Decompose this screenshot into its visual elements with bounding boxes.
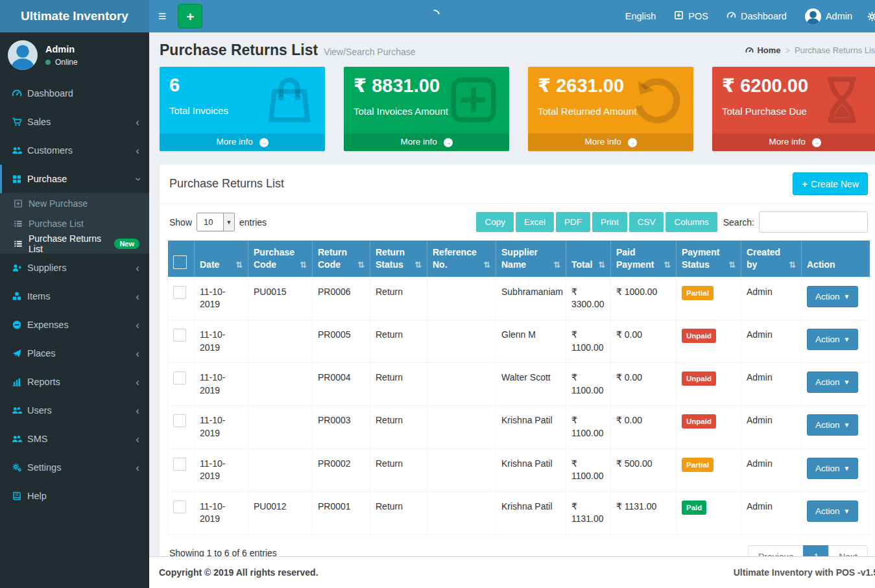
cell-purchase-code bbox=[248, 320, 313, 362]
sort-icon[interactable]: ⇅ bbox=[728, 259, 736, 271]
next-page-button[interactable]: Next bbox=[828, 545, 868, 556]
sort-icon[interactable]: ⇅ bbox=[598, 259, 605, 271]
export-button[interactable]: Excel bbox=[516, 212, 554, 232]
column-header[interactable]: Reference No. ⇅ bbox=[427, 241, 496, 277]
sort-icon[interactable]: ⇅ bbox=[553, 259, 560, 271]
column-header[interactable]: Paid Payment ⇅ bbox=[611, 241, 677, 277]
export-button[interactable]: Copy bbox=[476, 212, 514, 232]
entries-select[interactable]: 10 ▼ bbox=[197, 213, 235, 231]
sidebar-item[interactable]: Purchase Returns List New bbox=[0, 233, 149, 253]
row-checkbox[interactable] bbox=[173, 458, 186, 471]
book-icon bbox=[12, 491, 27, 501]
more-info-link[interactable]: More info → bbox=[712, 134, 875, 151]
export-button[interactable]: Print bbox=[592, 212, 627, 232]
cell-purchase-code bbox=[248, 449, 313, 491]
sort-icon[interactable]: ⇅ bbox=[483, 259, 490, 271]
search-input[interactable] bbox=[759, 211, 868, 233]
sidebar-item[interactable]: Settings ‹ bbox=[0, 453, 149, 482]
column-header[interactable]: Date ⇅ bbox=[195, 241, 248, 277]
action-button[interactable]: Action▼ bbox=[807, 371, 858, 393]
dashboard-link[interactable]: Dashboard bbox=[717, 0, 796, 32]
column-header[interactable]: Action bbox=[802, 241, 870, 277]
user-menu[interactable]: Admin bbox=[796, 0, 861, 32]
row-checkbox[interactable] bbox=[173, 371, 186, 384]
column-header[interactable]: Payment Status ⇅ bbox=[677, 241, 741, 277]
cell-return-status: Return bbox=[370, 363, 427, 406]
page-number-button[interactable]: 1 bbox=[803, 545, 829, 556]
info-boxes: 6 Total Invoices More info → ₹ 8831.00 bbox=[158, 67, 875, 151]
language-menu[interactable]: English bbox=[616, 0, 665, 32]
pos-link[interactable]: POS bbox=[665, 0, 717, 32]
breadcrumb-home[interactable]: Home bbox=[745, 45, 780, 55]
previous-page-button[interactable]: Previous bbox=[748, 545, 804, 556]
brand-logo[interactable]: Ultimate Inventory bbox=[0, 0, 149, 32]
sidebar-item[interactable]: Places ‹ bbox=[0, 339, 149, 368]
cell-created-by: Admin bbox=[741, 320, 802, 362]
cell-total: ₹ 1100.00 bbox=[566, 449, 611, 491]
sidebar-item[interactable]: Reports ‹ bbox=[0, 368, 149, 396]
sort-icon[interactable]: ⇅ bbox=[414, 259, 422, 271]
sidebar-item[interactable]: Expenses ‹ bbox=[0, 311, 149, 339]
row-checkbox[interactable] bbox=[173, 286, 186, 299]
chevron-icon: ‹ bbox=[136, 434, 139, 445]
select-all-checkbox[interactable] bbox=[173, 255, 187, 269]
export-button[interactable]: CSV bbox=[629, 212, 664, 232]
cell-return-status: Return bbox=[370, 320, 427, 362]
action-button[interactable]: Action▼ bbox=[807, 458, 858, 479]
sidebar-item[interactable]: Purchase List bbox=[0, 213, 149, 233]
action-button[interactable]: Action▼ bbox=[807, 286, 858, 307]
breadcrumb-separator: > bbox=[785, 45, 791, 55]
users-icon bbox=[12, 145, 27, 156]
sidebar-toggle-icon[interactable]: ≡ bbox=[149, 0, 175, 32]
export-button[interactable]: PDF bbox=[556, 212, 590, 232]
sidebar-item[interactable]: New Purchase bbox=[0, 193, 149, 213]
sidebar-item[interactable]: Dashboard bbox=[0, 79, 149, 108]
row-checkbox[interactable] bbox=[173, 500, 186, 513]
action-button[interactable]: Action▼ bbox=[807, 500, 858, 522]
quick-add-button[interactable]: + bbox=[178, 4, 202, 29]
export-button[interactable]: Columns bbox=[665, 212, 717, 232]
column-header[interactable]: Supplier Name ⇅ bbox=[496, 241, 566, 277]
column-header[interactable]: Return Status ⇅ bbox=[370, 241, 427, 277]
sidebar-item[interactable]: Sales ‹ bbox=[0, 108, 149, 136]
cell-supplier-name: Subhramaniam bbox=[496, 277, 566, 320]
column-header[interactable]: Total ⇅ bbox=[566, 241, 611, 277]
sidebar-item[interactable]: Help bbox=[0, 482, 149, 510]
row-checkbox[interactable] bbox=[173, 329, 186, 342]
cell-return-status: Return bbox=[370, 449, 427, 491]
sort-icon[interactable]: ⇅ bbox=[235, 259, 243, 271]
payment-status-badge: Unpaid bbox=[682, 371, 716, 386]
sort-icon[interactable]: ⇅ bbox=[300, 259, 307, 271]
info-box: ₹ 8831.00 Total Invoices Amount More inf… bbox=[344, 67, 509, 151]
sidebar-item[interactable]: Purchase ‹ bbox=[0, 165, 149, 193]
more-info-link[interactable]: More info → bbox=[528, 134, 693, 151]
column-header[interactable]: Created by ⇅ bbox=[741, 241, 802, 277]
cell-total: ₹ 1100.00 bbox=[566, 320, 611, 362]
create-new-button[interactable]: + Create New bbox=[793, 172, 868, 195]
online-dot-icon bbox=[45, 60, 51, 65]
column-header[interactable]: Return Code ⇅ bbox=[313, 241, 370, 277]
sidebar-item[interactable]: Suppliers ‹ bbox=[0, 253, 149, 282]
action-button[interactable]: Action▼ bbox=[807, 414, 858, 436]
pagination: Previous 1 Next bbox=[748, 545, 868, 556]
sidebar-item[interactable]: Items ‹ bbox=[0, 282, 149, 311]
cell-return-code: PR0004 bbox=[313, 363, 370, 406]
row-checkbox[interactable] bbox=[173, 414, 186, 427]
column-header[interactable]: Purchase Code ⇅ bbox=[248, 241, 313, 277]
cell-purchase-code: PU0015 bbox=[248, 277, 313, 320]
sidebar-item[interactable]: Customers ‹ bbox=[0, 136, 149, 165]
table-row: 11-10-2019 PR0002 Return Krishna Patil ₹… bbox=[168, 449, 870, 491]
select-all-header bbox=[168, 241, 195, 277]
settings-gears-icon[interactable] bbox=[861, 0, 875, 32]
sort-icon[interactable]: ⇅ bbox=[664, 259, 671, 271]
plus-square-outline-icon bbox=[14, 199, 29, 208]
action-button[interactable]: Action▼ bbox=[807, 329, 858, 350]
sort-icon[interactable]: ⇅ bbox=[789, 259, 796, 271]
sort-icon[interactable]: ⇅ bbox=[357, 259, 365, 271]
cell-reference-no bbox=[427, 277, 496, 320]
more-info-link[interactable]: More info → bbox=[160, 134, 325, 151]
caret-down-icon: ▼ bbox=[844, 421, 850, 429]
sidebar-item[interactable]: Users ‹ bbox=[0, 396, 149, 425]
sidebar-item[interactable]: SMS ‹ bbox=[0, 425, 149, 453]
more-info-link[interactable]: More info → bbox=[344, 134, 509, 151]
